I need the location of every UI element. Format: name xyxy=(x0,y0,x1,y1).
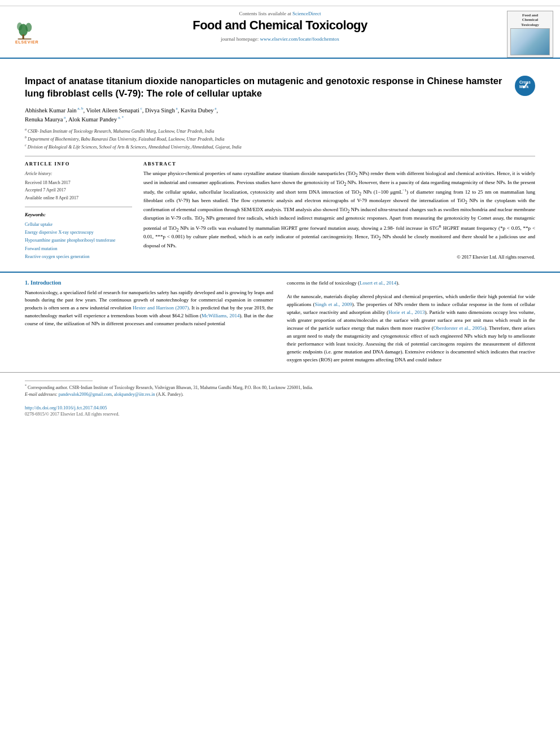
keyword-2[interactable]: Energy dispersive X-ray spectroscopy xyxy=(25,229,132,237)
ref-horie[interactable]: Horie et al., 2013 xyxy=(388,309,425,315)
elsevier-logo: ELSEVIER xyxy=(7,22,58,47)
history-title: Article history: xyxy=(25,170,132,178)
ref-hester[interactable]: Hester and Harrison (2007) xyxy=(133,305,189,311)
author-4: Kavita Dubey xyxy=(181,107,214,113)
elsevier-logo-svg: ELSEVIER xyxy=(10,22,55,43)
journal-reference-bar xyxy=(0,0,560,6)
info-abstract-section: ARTICLE INFO Article history: Received 1… xyxy=(25,161,535,261)
journal-header: ELSEVIER Contents lists available at Sci… xyxy=(0,6,560,59)
author-1: Abhishek Kumar Jain xyxy=(25,107,77,113)
keyword-3[interactable]: Hypoxanthine guanine phosphoribosyl tran… xyxy=(25,237,132,244)
body-content: 1. Introduction Nanotoxicology, a specia… xyxy=(0,272,560,364)
ref-singh[interactable]: Singh et al., 2009 xyxy=(315,302,352,307)
abstract-copyright: © 2017 Elsevier Ltd. All rights reserved… xyxy=(143,254,535,260)
authors-line: Abhishek Kumar Jain a, b, Violet Aileen … xyxy=(25,106,535,124)
abstract-col: ABSTRACT The unique physico-chemical pro… xyxy=(143,161,535,261)
keywords-section: Keywords: Cellular uptake Energy dispers… xyxy=(25,212,132,261)
author-6: Alok Kumar Pandey xyxy=(68,116,117,122)
keywords-label: Keywords: xyxy=(25,212,132,217)
footnote-divider xyxy=(25,381,93,381)
author-4-sup: a xyxy=(214,106,217,111)
footnote-email: E-mail addresses: pandevalok2006@gmail.c… xyxy=(25,391,535,398)
svg-rect-4 xyxy=(23,34,24,39)
author-5: Renuka Maurya xyxy=(25,116,63,122)
author-2: Violet Aileen Senapati xyxy=(86,107,139,113)
divider-1 xyxy=(25,156,535,156)
article-content: ✓ Cross Mark Impact of anatase titanium … xyxy=(0,59,560,261)
accepted-date: Accepted 7 April 2017 xyxy=(25,186,132,194)
divider-2 xyxy=(25,207,132,207)
crossmark-icon: ✓ Cross Mark xyxy=(515,76,535,96)
affiliations: a CSIR- Indian Institute of Toxicology R… xyxy=(25,127,535,150)
keyword-1[interactable]: Cellular uptake xyxy=(25,221,132,229)
abstract-text: The unique physico-chemical properties o… xyxy=(143,170,535,250)
journal-thumbnail-area: Food andChemicalToxicology xyxy=(502,11,553,58)
journal-thumbnail: Food andChemicalToxicology xyxy=(507,11,553,58)
author-6-sup: a, * xyxy=(117,115,124,120)
journal-title: Food and Chemical Toxicology xyxy=(193,18,368,33)
bottom-copyright: 0278-6915/© 2017 Elsevier Ltd. All right… xyxy=(25,412,535,417)
author-5-sup: a xyxy=(63,115,65,120)
journal-homepage: journal homepage: www.elsevier.com/locat… xyxy=(221,36,339,45)
body-text-left: Nanotoxicology, a specialized field of r… xyxy=(25,289,273,329)
received-date: Received 18 March 2017 xyxy=(25,179,132,187)
journal-header-center: Contents lists available at ScienceDirec… xyxy=(63,11,497,58)
email-2[interactable]: alokpandey@iitr.res.in xyxy=(114,392,155,397)
keyword-5[interactable]: Reactive oxygen species generation xyxy=(25,253,132,261)
section1-heading: 1. Introduction xyxy=(25,279,273,286)
available-date: Available online 8 April 2017 xyxy=(25,194,132,202)
body-text-right: concerns in the field of toxicology (Los… xyxy=(287,279,535,287)
contents-text: Contents lists available at xyxy=(239,11,292,16)
article-history: Article history: Received 18 March 2017 … xyxy=(25,170,132,202)
svg-text:Cross: Cross xyxy=(519,80,531,84)
title-area: ✓ Cross Mark Impact of anatase titanium … xyxy=(25,75,535,100)
bottom-bar: http://dx.doi.org/10.1016/j.fct.2017.04.… xyxy=(0,401,560,422)
affiliation-a: a CSIR- Indian Institute of Toxicology R… xyxy=(25,127,535,135)
elsevier-logo-area: ELSEVIER xyxy=(7,11,58,58)
affiliation-b: b Department of Biochemistry, Babu Banar… xyxy=(25,135,535,143)
email-1[interactable]: pandevalok2006@gmail.com xyxy=(59,392,112,397)
abstract-label: ABSTRACT xyxy=(143,161,535,167)
homepage-link[interactable]: www.elsevier.com/locate/foodchemtox xyxy=(260,36,339,42)
body-col-left: 1. Introduction Nanotoxicology, a specia… xyxy=(25,279,273,364)
section1-title: Introduction xyxy=(30,279,61,286)
svg-point-3 xyxy=(17,22,23,30)
sciencedirect-text[interactable]: ScienceDirect xyxy=(292,11,321,16)
ref-oberdorster[interactable]: Oberdorster et al., 2005a xyxy=(434,325,485,331)
footnote-star: * Corresponding author. CSIR-Indian Inst… xyxy=(25,383,535,391)
svg-text:Mark: Mark xyxy=(519,85,528,89)
svg-text:ELSEVIER: ELSEVIER xyxy=(15,40,38,43)
ref-mcwilliams[interactable]: McWilliams, 2014 xyxy=(202,313,239,318)
thumb-title: Food andChemicalToxicology xyxy=(521,13,539,27)
ref-losert[interactable]: Losert et al., 2014 xyxy=(360,280,396,286)
crossmark-area: ✓ Cross Mark xyxy=(515,76,535,96)
footnote-area: * Corresponding author. CSIR-Indian Inst… xyxy=(0,372,560,401)
thumb-image xyxy=(510,28,550,55)
author-1-sup: a, b xyxy=(77,106,84,111)
page: ELSEVIER Contents lists available at Sci… xyxy=(0,0,560,747)
author-3-sup: a xyxy=(175,106,178,111)
homepage-label: journal homepage: xyxy=(221,36,259,42)
body-two-col: 1. Introduction Nanotoxicology, a specia… xyxy=(25,279,535,364)
body-col-right: concerns in the field of toxicology (Los… xyxy=(287,279,535,364)
section1-number: 1. xyxy=(25,279,30,286)
keyword-4[interactable]: Forward mutation xyxy=(25,245,132,253)
author-3: Divya Singh xyxy=(145,107,175,113)
svg-point-2 xyxy=(25,23,32,32)
sciencedirect-link: Contents lists available at ScienceDirec… xyxy=(239,11,321,16)
article-info-label: ARTICLE INFO xyxy=(25,161,132,167)
author-2-sup: c xyxy=(139,106,142,111)
svg-rect-5 xyxy=(18,38,32,40)
body-text-right-2: At the nanoscale, materials display alte… xyxy=(287,293,535,364)
affiliation-c: c Division of Biological & Life Sciences… xyxy=(25,143,535,151)
article-info-col: ARTICLE INFO Article history: Received 1… xyxy=(25,161,132,261)
article-title: Impact of anatase titanium dioxide nanop… xyxy=(25,75,535,100)
doi-link[interactable]: http://dx.doi.org/10.1016/j.fct.2017.04.… xyxy=(25,405,535,410)
